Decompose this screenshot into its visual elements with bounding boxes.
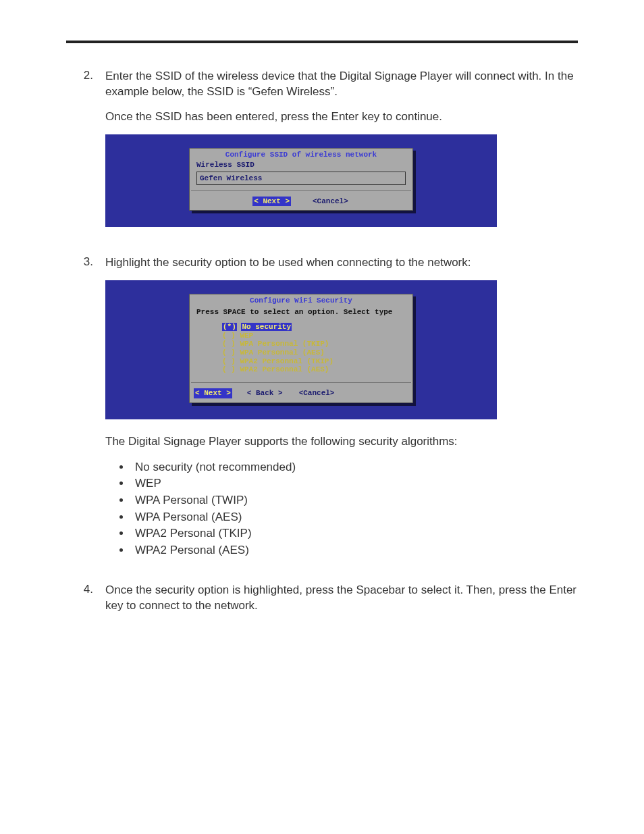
screenshot-ssid: Configure SSID of wireless network Wirel… [105,134,497,228]
next-button[interactable]: < Next > [252,197,291,207]
step-4: 4. Once the security option is highlight… [66,583,578,623]
dialog-ssid: Configure SSID of wireless network Wirel… [189,148,413,211]
step-body: Enter the SSID of the wireless device th… [105,69,578,242]
step-3: 3. Highlight the security option to be u… [66,255,578,565]
security-algorithm-list: No security (not recommended)WEPWPA Pers… [131,459,578,559]
list-item: WPA Personal (AES) [131,509,578,526]
screenshot-security: Configure WiFi Security Press SPACE to s… [105,280,497,419]
dialog-security-title: Configure WiFi Security [190,294,412,306]
divider [191,382,411,383]
security-option[interactable]: (*) No security [222,323,406,332]
step-body: Once the security option is highlighted,… [105,583,578,623]
supports-text: The Digital Signage Player supports the … [105,434,578,450]
cancel-button[interactable]: <Cancel> [311,197,350,207]
security-option[interactable]: ( ) WPA Personnal (AES) [222,348,406,357]
step-body: Highlight the security option to be used… [105,255,578,565]
button-row: < Next > <Cancel> [190,194,412,211]
button-row: < Next > < Back > <Cancel> [190,386,412,402]
step3-para1: Highlight the security option to be used… [105,255,578,271]
security-options: (*) No security( ) WEP( ) WPA Personnal … [190,321,412,380]
dialog-security-instruction: Press SPACE to select an option. Select … [190,306,412,321]
back-button[interactable]: < Back > [246,388,284,398]
list-item: WEP [131,475,578,492]
step2-para2: Once the SSID has been entered, press th… [105,109,578,125]
divider [191,190,411,191]
security-option[interactable]: ( ) WEP [222,332,406,340]
list-item: No security (not recommended) [131,459,578,476]
cancel-button[interactable]: <Cancel> [298,388,336,398]
step-2: 2. Enter the SSID of the wireless device… [66,69,578,242]
step-number: 3. [66,255,105,565]
step2-para1: Enter the SSID of the wireless device th… [105,69,578,100]
next-button[interactable]: < Next > [194,388,232,398]
dialog-security: Configure WiFi Security Press SPACE to s… [189,294,413,402]
ssid-input[interactable]: Gefen Wireless [196,172,406,185]
security-option[interactable]: ( ) WPA2 Personnal (AES) [222,365,406,374]
step-number: 4. [66,583,105,623]
step-number: 2. [66,69,105,242]
step4-para1: Once the security option is highlighted,… [105,583,578,614]
security-option[interactable]: ( ) WPA2 Personnal (TKIP) [222,357,406,366]
list-item: WPA2 Personal (AES) [131,542,578,559]
top-rule [66,41,578,43]
dialog-ssid-title: Configure SSID of wireless network [190,149,412,160]
list-item: WPA2 Personal (TKIP) [131,525,578,542]
security-option[interactable]: ( ) WPA Personnal (TKIP) [222,340,406,348]
list-item: WPA Personal (TWIP) [131,492,578,509]
dialog-ssid-label: Wireless SSID [190,160,412,172]
page: 2. Enter the SSID of the wireless device… [0,0,644,834]
